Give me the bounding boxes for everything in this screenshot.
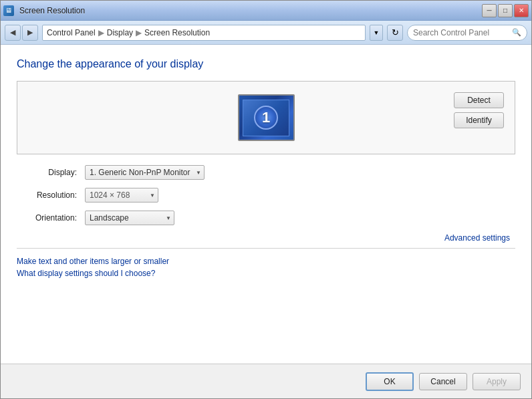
search-icon: 🔍 xyxy=(512,28,521,37)
content-area: Change the appearance of your display 1 … xyxy=(1,45,531,364)
help-links: Make text and other items larger or smal… xyxy=(17,257,515,278)
path-sep-2: ▶ xyxy=(136,28,142,37)
orientation-row: Orientation: Landscape Portrait Landscap… xyxy=(17,211,515,225)
monitor-screen: 1 xyxy=(243,100,289,136)
divider xyxy=(17,248,515,249)
monitor-image: 1 xyxy=(238,94,295,141)
window-icon: 🖥 xyxy=(3,5,14,16)
path-controlpanel: Control Panel xyxy=(47,28,96,37)
ok-button[interactable]: OK xyxy=(366,372,414,391)
path-sep-1: ▶ xyxy=(98,28,104,37)
search-input[interactable] xyxy=(413,28,509,37)
minimize-button[interactable]: ─ xyxy=(482,4,497,17)
monitor-number: 1 xyxy=(254,106,278,130)
apply-button[interactable]: Apply xyxy=(473,373,521,390)
address-path: Control Panel ▶ Display ▶ Screen Resolut… xyxy=(42,25,366,41)
orientation-select-wrapper: Landscape Portrait Landscape (flipped) P… xyxy=(85,211,174,225)
resolution-row: Resolution: 1024 × 768 xyxy=(17,188,515,203)
resolution-select-wrapper: 1024 × 768 xyxy=(85,188,158,203)
title-bar-left: 🖥 Screen Resolution xyxy=(3,5,85,16)
back-button[interactable]: ◀ xyxy=(5,25,21,41)
settings-form: Display: 1. Generic Non-PnP Monitor Reso… xyxy=(17,165,515,225)
resolution-label: Resolution: xyxy=(17,190,77,200)
orientation-select[interactable]: Landscape Portrait Landscape (flipped) P… xyxy=(85,211,174,225)
title-bar-text: Screen Resolution xyxy=(19,6,85,15)
orientation-label: Orientation: xyxy=(17,213,77,223)
display-select[interactable]: 1. Generic Non-PnP Monitor xyxy=(85,165,205,180)
search-box: 🔍 xyxy=(407,25,527,41)
refresh-button[interactable]: ↻ xyxy=(387,25,403,41)
maximize-button[interactable]: □ xyxy=(498,4,513,17)
address-bar: ◀ ▶ Control Panel ▶ Display ▶ Screen Res… xyxy=(1,21,531,45)
path-display: Display xyxy=(107,28,133,37)
window-controls: ─ □ ✕ xyxy=(482,4,529,17)
monitor-area: 1 Detect Identify xyxy=(17,81,515,154)
title-bar: 🖥 Screen Resolution ─ □ ✕ xyxy=(1,1,531,21)
identify-button[interactable]: Identify xyxy=(454,112,504,128)
main-window: 🖥 Screen Resolution ─ □ ✕ ◀ ▶ Control Pa… xyxy=(0,0,532,399)
path-screen-resolution: Screen Resolution xyxy=(144,28,210,37)
nav-buttons: ◀ ▶ xyxy=(5,25,38,41)
detect-area: Detect Identify xyxy=(454,92,504,128)
display-settings-link[interactable]: What display settings should I choose? xyxy=(17,269,515,278)
advanced-settings-link[interactable]: Advanced settings xyxy=(444,233,510,243)
cancel-button[interactable]: Cancel xyxy=(419,373,467,390)
bottom-bar: OK Cancel Apply xyxy=(1,364,531,398)
page-title: Change the appearance of your display xyxy=(17,58,515,70)
display-select-wrapper: 1. Generic Non-PnP Monitor xyxy=(85,165,205,180)
display-row: Display: 1. Generic Non-PnP Monitor xyxy=(17,165,515,180)
detect-button[interactable]: Detect xyxy=(454,92,504,108)
close-button[interactable]: ✕ xyxy=(514,4,529,17)
make-text-larger-link[interactable]: Make text and other items larger or smal… xyxy=(17,257,515,266)
monitor-preview: 1 xyxy=(238,94,295,141)
advanced-link-row: Advanced settings xyxy=(17,233,515,243)
forward-button[interactable]: ▶ xyxy=(22,25,38,41)
resolution-select[interactable]: 1024 × 768 xyxy=(85,188,158,203)
address-dropdown-button[interactable]: ▼ xyxy=(370,25,383,41)
display-label: Display: xyxy=(17,168,77,177)
